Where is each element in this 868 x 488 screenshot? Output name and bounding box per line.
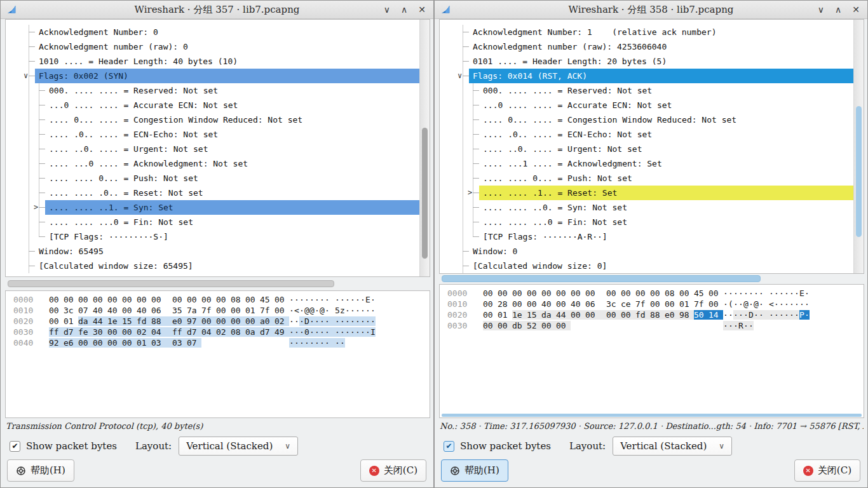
- ascii-char[interactable]: ·: [355, 327, 360, 337]
- hex-byte[interactable]: 00: [483, 288, 498, 298]
- tree-row[interactable]: .... 0... .... = Congestion Window Reduc…: [6, 112, 420, 127]
- ascii-char[interactable]: ·: [294, 327, 299, 337]
- expand-icon[interactable]: >: [34, 200, 38, 215]
- hex-byte[interactable]: 00: [709, 299, 723, 309]
- tree-row[interactable]: .... ..0. .... = Urgent: Not set: [440, 142, 854, 156]
- ascii-char[interactable]: ·: [789, 288, 794, 298]
- ascii-char[interactable]: ·: [309, 327, 315, 337]
- hex-byte[interactable]: 00: [541, 288, 556, 298]
- hex-byte[interactable]: 00: [665, 299, 679, 309]
- hex-byte[interactable]: 00: [231, 316, 245, 326]
- hex-byte[interactable]: d7: [187, 327, 201, 337]
- ascii-char[interactable]: ·: [335, 327, 340, 337]
- ascii-char[interactable]: ·: [350, 295, 355, 304]
- ascii-char[interactable]: I: [370, 327, 376, 337]
- hex-byte[interactable]: 00: [650, 288, 665, 298]
- ascii-char[interactable]: ·: [723, 310, 728, 320]
- hex-byte[interactable]: 00: [216, 316, 231, 326]
- hex-byte[interactable]: 98: [679, 310, 694, 320]
- tree-row[interactable]: [TCP Flags: ·······A·R··]: [440, 229, 854, 244]
- ascii-char[interactable]: ·: [365, 327, 370, 337]
- tree-row[interactable]: Acknowledgment Number: 1 (relative ack n…: [440, 25, 854, 39]
- hex-byte[interactable]: 00: [122, 338, 137, 348]
- ascii-char[interactable]: 0: [304, 327, 309, 337]
- tree-row[interactable]: Window: 0: [440, 244, 854, 259]
- tree-row[interactable]: .... .... ..0. = Syn: Not set: [440, 200, 854, 215]
- hex-byte[interactable]: 00: [275, 295, 289, 304]
- ascii-char[interactable]: ·: [299, 306, 304, 315]
- hex-byte[interactable]: e0: [665, 310, 679, 320]
- ascii-char[interactable]: ·: [320, 295, 325, 304]
- ascii-char[interactable]: ·: [370, 316, 376, 326]
- hex-byte[interactable]: 00: [621, 310, 635, 320]
- hex-byte[interactable]: 97: [187, 316, 201, 326]
- tree-row[interactable]: >.... .... ..1. = Syn: Set: [6, 200, 420, 215]
- hex-byte[interactable]: fd: [137, 316, 151, 326]
- hex-byte[interactable]: 7a: [187, 306, 201, 315]
- hex-byte[interactable]: 00: [49, 316, 64, 326]
- ascii-char[interactable]: P: [799, 310, 804, 320]
- tree-row[interactable]: .... .... .0.. = Reset: Not set: [6, 186, 420, 200]
- ascii-char[interactable]: ·: [749, 288, 754, 298]
- horizontal-scrollbar[interactable]: [442, 275, 761, 282]
- ascii-char[interactable]: ·: [325, 306, 335, 315]
- hex-byte[interactable]: 44: [93, 316, 107, 326]
- help-button[interactable]: 帮助(H): [441, 459, 508, 482]
- ascii-char[interactable]: ·: [754, 310, 759, 320]
- ascii-char[interactable]: ·: [335, 316, 340, 326]
- ascii-char[interactable]: @: [754, 299, 759, 309]
- hex-byte[interactable]: 00: [585, 288, 606, 298]
- packet-bytes-pane[interactable]: 000000000000000000000000000008004500····…: [5, 290, 430, 418]
- hex-byte[interactable]: 00: [635, 288, 650, 298]
- ascii-char[interactable]: ·: [733, 321, 738, 330]
- tree-row[interactable]: .... .0.. .... = ECN-Echo: Not set: [6, 127, 420, 142]
- ascii-char[interactable]: ·: [309, 338, 315, 348]
- hex-byte[interactable]: 00: [483, 310, 498, 320]
- tree-row[interactable]: Acknowledgment number (raw): 4253606040: [440, 39, 854, 54]
- vertical-scrollbar[interactable]: [419, 20, 430, 276]
- tree-row[interactable]: Acknowledgment Number: 0: [6, 25, 420, 39]
- ascii-char[interactable]: ·: [759, 310, 769, 320]
- hex-byte[interactable]: 00: [93, 295, 107, 304]
- tree-row[interactable]: [Calculated window size: 65495]: [6, 259, 420, 273]
- tree-row[interactable]: 0101 .... = Header Length: 20 bytes (5): [440, 54, 854, 69]
- hex-byte[interactable]: 92: [49, 338, 64, 348]
- hex-byte[interactable]: 01: [245, 306, 260, 315]
- tree-row[interactable]: Window: 65495: [6, 244, 420, 259]
- ascii-char[interactable]: ·: [804, 310, 810, 320]
- hex-row[interactable]: 0030ffd7fe3000000204ffd70402080ad749···0…: [13, 327, 430, 338]
- ascii-char[interactable]: ·: [355, 306, 360, 315]
- ascii-char[interactable]: ·: [799, 299, 804, 309]
- hex-byte[interactable]: 00: [49, 295, 64, 304]
- ascii-char[interactable]: ·: [738, 299, 743, 309]
- ascii-char[interactable]: ·: [299, 316, 304, 326]
- ascii-char[interactable]: ·: [335, 338, 340, 348]
- hex-byte[interactable]: 52: [527, 321, 541, 330]
- hex-row[interactable]: 000000000000000000000000000008004500····…: [447, 288, 864, 299]
- ascii-char[interactable]: ·: [360, 306, 365, 315]
- ascii-char[interactable]: ·: [294, 295, 299, 304]
- hex-byte[interactable]: 40: [107, 306, 122, 315]
- ascii-char[interactable]: ·: [779, 288, 784, 298]
- ascii-char[interactable]: ·: [350, 306, 355, 315]
- hex-byte[interactable]: 00: [201, 316, 216, 326]
- collapse-icon[interactable]: ∨: [458, 69, 462, 83]
- ascii-char[interactable]: ·: [365, 316, 370, 326]
- hex-byte[interactable]: 01: [137, 338, 151, 348]
- hex-byte[interactable]: 00: [606, 310, 621, 320]
- ascii-char[interactable]: ·: [320, 327, 325, 337]
- hex-byte[interactable]: 00: [483, 321, 498, 330]
- hex-byte[interactable]: 40: [541, 299, 556, 309]
- hex-byte[interactable]: 00: [201, 295, 216, 304]
- close-button[interactable]: ✕ 关闭(C): [360, 459, 426, 482]
- ascii-char[interactable]: ·: [743, 288, 749, 298]
- ascii-char[interactable]: ·: [749, 299, 754, 309]
- ascii-char[interactable]: ·: [759, 288, 769, 298]
- ascii-char[interactable]: ·: [754, 288, 759, 298]
- tree-row[interactable]: Acknowledgment number (raw): 0: [6, 39, 420, 54]
- ascii-char[interactable]: ·: [315, 306, 320, 315]
- vertical-scrollbar[interactable]: [853, 20, 864, 273]
- ascii-char[interactable]: ·: [723, 299, 728, 309]
- hex-byte[interactable]: 00: [107, 327, 122, 337]
- hex-byte[interactable]: 00: [709, 288, 723, 298]
